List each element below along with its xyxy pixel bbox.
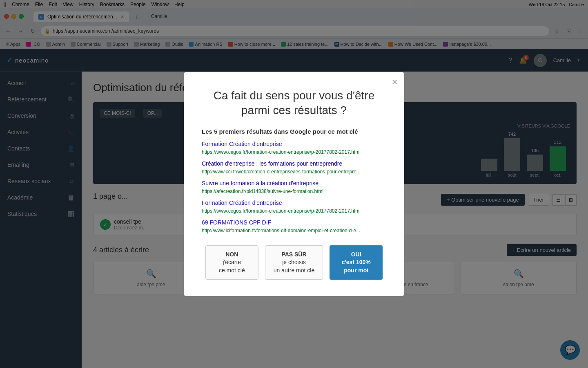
result-url-0: https://www.cegos.fr/formation-creation-…: [202, 149, 359, 155]
btn-maybe[interactable]: PAS SÛR je choisisun autre mot clé: [265, 245, 323, 280]
btn-yes[interactable]: OUI c'est 100%pour moi: [330, 245, 383, 280]
result-link-1[interactable]: Création d'entreprise : les formations p…: [202, 160, 386, 167]
modal-buttons: NON j'écartece mot clé PAS SÛR je choisi…: [202, 245, 386, 280]
result-url-1: http://www.cci.fr/web/creation-d-entrepr…: [202, 169, 361, 175]
btn-yes-sub: c'est 100%pour moi: [342, 259, 371, 274]
result-item-4: 69 FORMATIONS CPF DIF http://www.iciform…: [202, 219, 386, 234]
result-link-0[interactable]: Formation Création d'entreprise: [202, 141, 386, 147]
btn-yes-label: OUI: [351, 251, 361, 258]
result-link-4[interactable]: 69 FORMATIONS CPF DIF: [202, 219, 386, 226]
btn-maybe-sub: je choisisun autre mot clé: [274, 259, 314, 274]
btn-no[interactable]: NON j'écartece mot clé: [205, 245, 258, 280]
result-url-3: https://www.cegos.fr/formation-creation-…: [202, 208, 359, 214]
modal-subtitle: Les 5 premiers résultats dans Google pou…: [202, 128, 386, 135]
result-item-0: Formation Création d'entreprise https://…: [202, 141, 386, 155]
modal: ✕ Ca fait du sens pour vous d'être parmi…: [184, 72, 404, 296]
result-url-4: http://www.iciformation.fr/formations-di…: [202, 228, 360, 233]
result-url-2: https://afecreation.fr/pid14838/suivre-u…: [202, 188, 323, 194]
modal-title: Ca fait du sens pour vous d'être parmi c…: [202, 88, 386, 118]
modal-overlay: ✕ Ca fait du sens pour vous d'être parmi…: [0, 0, 588, 368]
result-item-3: Formation Création d'entreprise https://…: [202, 200, 386, 214]
modal-close-button[interactable]: ✕: [392, 78, 398, 87]
btn-no-label: NON: [225, 251, 238, 258]
result-link-3[interactable]: Formation Création d'entreprise: [202, 200, 386, 206]
result-item-1: Création d'entreprise : les formations p…: [202, 160, 386, 175]
result-item-2: Suivre une formation à la création d'ent…: [202, 180, 386, 195]
result-link-2[interactable]: Suivre une formation à la création d'ent…: [202, 180, 386, 186]
btn-no-sub: j'écartece mot clé: [219, 259, 245, 274]
btn-maybe-label: PAS SÛR: [281, 251, 306, 258]
